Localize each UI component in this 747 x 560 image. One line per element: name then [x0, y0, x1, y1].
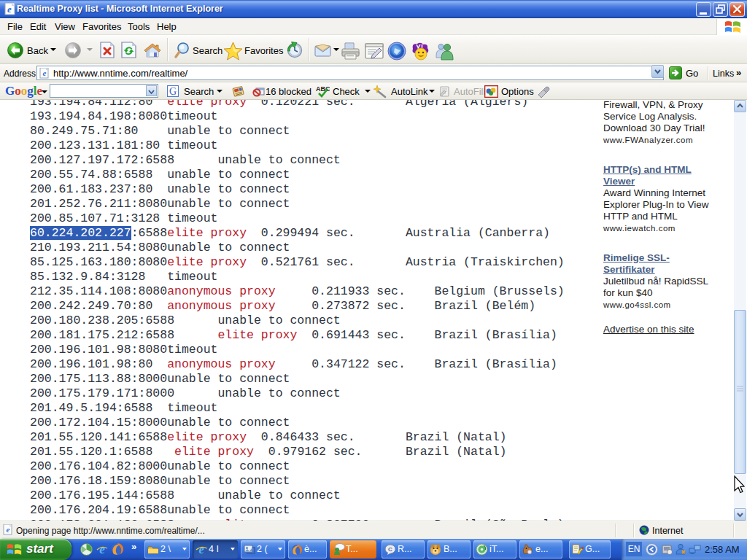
svg-text:e: e [43, 69, 47, 77]
svg-text:e: e [7, 4, 12, 15]
svg-text:e: e [7, 525, 10, 534]
svg-text:G: G [169, 86, 177, 97]
svg-text:ABC: ABC [316, 85, 330, 93]
svg-text:e: e [198, 543, 204, 556]
svg-text:e: e [99, 542, 105, 556]
svg-text:C: C [388, 546, 392, 553]
